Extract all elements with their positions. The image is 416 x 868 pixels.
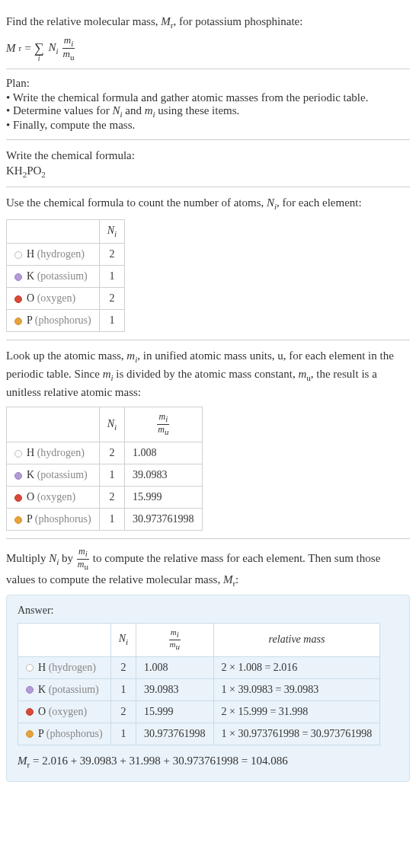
header-ni: Ni	[99, 407, 124, 442]
element-dot-icon	[14, 494, 22, 502]
element-dot-icon	[14, 472, 22, 480]
plan-list: Write the chemical formula and gather at…	[6, 91, 410, 132]
plan-item: Finally, compute the mass.	[6, 119, 410, 132]
element-dot-icon	[14, 516, 22, 524]
table-row: P (phosphorus) 1	[7, 309, 125, 331]
mass-table: Ni mi mu H (hydrogen) 2 1.008 K (potassi…	[6, 407, 203, 531]
intro-formula: Mr = ∑i Ni mi mu	[6, 35, 410, 61]
element-dot-icon	[14, 318, 22, 325]
element-dot-icon	[26, 730, 34, 738]
table-row: H (hydrogen) 2 1.008	[7, 442, 203, 464]
answer-table: Ni mi mu relative mass H (hydrogen) 2 1.…	[18, 623, 380, 745]
table-row: O (oxygen) 2 15.999	[7, 487, 203, 509]
table-row: O (oxygen) 2	[7, 287, 125, 309]
multiply-text: Multiply Ni by mi mu to compute the rela…	[6, 547, 410, 590]
table-row: H (hydrogen) 2 1.008 2 × 1.008 = 2.016	[18, 656, 380, 678]
multiply-section: Multiply Ni by mi mu to compute the rela…	[6, 539, 410, 781]
table-row: O (oxygen) 2 15.999 2 × 15.999 = 31.998	[18, 700, 380, 723]
chem-title: Write the chemical formula:	[6, 148, 410, 164]
plan-title: Plan:	[6, 77, 410, 90]
header-mass-frac: mi mu	[125, 407, 203, 442]
element-dot-icon	[26, 708, 34, 716]
header-ni: Ni	[110, 624, 136, 656]
element-dot-icon	[14, 295, 22, 303]
intro-text: Find the relative molecular mass, Mr, fo…	[6, 14, 410, 32]
intro-section: Find the relative molecular mass, Mr, fo…	[6, 6, 410, 69]
table-row: K (potassium) 1 39.0983 1 × 39.0983 = 39…	[18, 678, 380, 700]
header-ni: Ni	[99, 220, 124, 244]
answer-label: Answer:	[18, 605, 398, 617]
table-header-row: Ni mi mu relative mass	[18, 624, 380, 656]
final-result: Mr = 2.016 + 39.0983 + 31.998 + 30.97376…	[18, 755, 398, 769]
count-section: Use the chemical formula to count the nu…	[6, 187, 410, 340]
table-row: P (phosphorus) 1 30.973761998	[7, 509, 203, 531]
header-relative-mass: relative mass	[213, 624, 380, 656]
answer-box: Answer: Ni mi mu relative mass H (hydrog…	[6, 595, 410, 781]
element-dot-icon	[26, 686, 34, 694]
plan-item: Write the chemical formula and gather at…	[6, 91, 410, 104]
element-dot-icon	[14, 251, 22, 259]
table-row: P (phosphorus) 1 30.973761998 1 × 30.973…	[18, 723, 380, 745]
element-dot-icon	[14, 450, 22, 458]
element-dot-icon	[26, 664, 34, 672]
header-mass-frac: mi mu	[136, 624, 214, 656]
table-row: K (potassium) 1 39.0983	[7, 464, 203, 487]
chem-formula-section: Write the chemical formula: KH2PO2	[6, 140, 410, 187]
plan-item: Determine values for Ni and mi using the…	[6, 104, 410, 119]
count-table: Ni H (hydrogen) 2 K (potassium) 1 O (oxy…	[6, 219, 125, 332]
lookup-section: Look up the atomic mass, mi, in unified …	[6, 340, 410, 540]
lookup-text: Look up the atomic mass, mi, in unified …	[6, 348, 410, 401]
table-header-row: Ni mi mu	[7, 407, 203, 442]
element-dot-icon	[14, 273, 22, 281]
table-row: H (hydrogen) 2	[7, 243, 125, 265]
plan-section: Plan: Write the chemical formula and gat…	[6, 69, 410, 140]
table-row: K (potassium) 1	[7, 265, 125, 287]
count-text: Use the chemical formula to count the nu…	[6, 195, 410, 213]
table-header-row: Ni	[7, 220, 125, 244]
chem-formula: KH2PO2	[6, 164, 410, 179]
